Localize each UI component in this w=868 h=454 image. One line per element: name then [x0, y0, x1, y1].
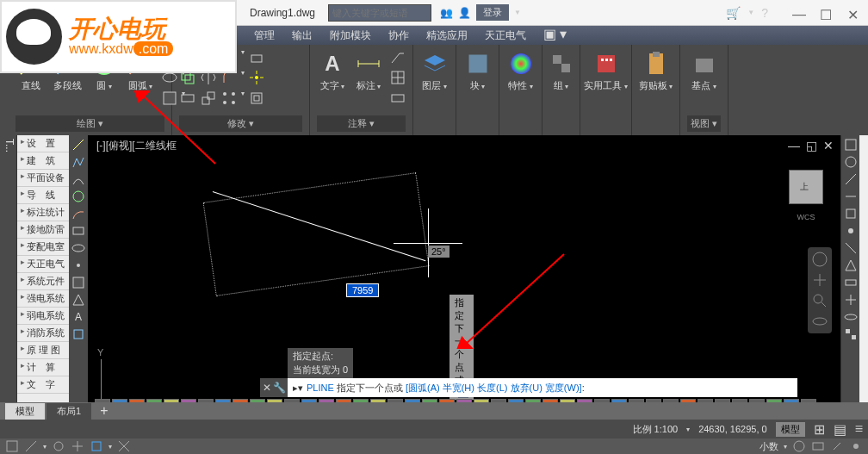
tool-spline-icon[interactable]: [71, 171, 86, 187]
viewcube[interactable]: 上 WCS: [780, 161, 832, 230]
cat-item[interactable]: ▸强电系统: [17, 290, 69, 308]
help-icon[interactable]: ?: [761, 6, 768, 20]
cat-item[interactable]: ▸变配电室: [17, 239, 69, 256]
tool-pline-icon[interactable]: [71, 154, 86, 170]
maximize-button[interactable]: ☐: [820, 7, 832, 19]
text-button[interactable]: A文字 ▾: [317, 48, 348, 94]
cat-item[interactable]: ▸计 算: [17, 359, 69, 376]
rt-icon[interactable]: [843, 189, 859, 204]
properties-button[interactable]: 特性 ▾: [506, 48, 535, 94]
sb-icon[interactable]: [71, 439, 84, 453]
close-button[interactable]: ✕: [847, 7, 859, 19]
tool-text-icon[interactable]: A: [71, 309, 86, 325]
cat-item[interactable]: ▸设 置: [17, 135, 69, 152]
layer-button[interactable]: 图层 ▾: [420, 48, 449, 94]
rt-icon[interactable]: [843, 309, 859, 325]
dimension-button[interactable]: 标注 ▾: [353, 48, 384, 94]
cat-item[interactable]: ▸弱电系统: [17, 308, 69, 325]
grid-icon[interactable]: ⊞: [814, 421, 825, 438]
sb-icon[interactable]: [849, 439, 863, 453]
tool-ellipse-icon[interactable]: [71, 240, 86, 256]
explode-icon[interactable]: [248, 69, 265, 86]
basepoint-button[interactable]: 基点 ▾: [687, 48, 721, 94]
tool-block-icon[interactable]: [71, 327, 86, 342]
vp-restore-icon[interactable]: ◱: [804, 139, 818, 151]
rt-icon[interactable]: [843, 206, 859, 221]
rt-icon[interactable]: [843, 137, 859, 152]
cat-item[interactable]: ▸接地防雷: [17, 221, 69, 239]
vp-minimize-icon[interactable]: —: [787, 139, 801, 151]
wheel-icon[interactable]: [811, 251, 828, 268]
clipboard-button[interactable]: 剪贴板 ▾: [639, 48, 673, 94]
sb-icon[interactable]: [5, 439, 19, 453]
scale-label[interactable]: 比例 1:100: [633, 423, 679, 436]
menu-icon[interactable]: ≡: [855, 421, 863, 437]
search-input[interactable]: [328, 4, 431, 22]
field-icon[interactable]: [389, 90, 406, 107]
settings-icon[interactable]: ▤: [834, 421, 846, 438]
viewport-title[interactable]: [-][俯视][二维线框: [96, 139, 177, 153]
offset-icon[interactable]: [248, 90, 265, 107]
tool-line-icon[interactable]: [71, 137, 86, 152]
cat-item[interactable]: ▸标注统计: [17, 204, 69, 221]
erase-icon[interactable]: [248, 48, 265, 65]
cat-item[interactable]: ▸系统元件: [17, 273, 69, 290]
menu-manage[interactable]: 管理: [245, 26, 283, 45]
tool-point-icon[interactable]: [71, 258, 86, 273]
sb-icon[interactable]: [830, 439, 844, 453]
sb-icon[interactable]: [117, 439, 131, 453]
scale-icon[interactable]: [200, 90, 217, 107]
utilities-button[interactable]: 实用工具 ▾: [587, 48, 624, 94]
tool-rect-icon[interactable]: [71, 223, 86, 239]
tab-add-button[interactable]: +: [93, 403, 115, 419]
cat-item[interactable]: ▸建 筑: [17, 152, 69, 170]
length-input[interactable]: 7959: [346, 283, 379, 297]
navigation-bar[interactable]: [808, 247, 832, 333]
tool-arc-icon[interactable]: [71, 206, 86, 221]
rt-icon[interactable]: [843, 327, 859, 342]
command-line[interactable]: ▸▾ PLINE 指定下一个点或 [圆弧(A) 半宽(H) 长度(L) 放弃(U…: [288, 378, 797, 397]
cat-item[interactable]: ▸平面设备: [17, 170, 69, 187]
stretch-icon[interactable]: [179, 90, 196, 107]
menu-output[interactable]: 输出: [283, 26, 321, 45]
cat-item[interactable]: ▸消防系统: [17, 325, 69, 342]
rt-icon[interactable]: [843, 240, 859, 256]
login-button[interactable]: 登录: [476, 4, 509, 21]
model-space-button[interactable]: 模型: [776, 422, 805, 437]
rt-icon[interactable]: [843, 154, 859, 170]
menu-tangent[interactable]: 天正电气: [476, 26, 535, 45]
block-button[interactable]: 块 ▾: [463, 48, 492, 94]
leader-icon[interactable]: [389, 48, 406, 65]
tab-layout1[interactable]: 布局1: [46, 403, 91, 420]
vp-close-icon[interactable]: ✕: [822, 139, 835, 151]
cat-item[interactable]: ▸导 线: [17, 187, 69, 204]
sb-icon[interactable]: [811, 439, 825, 453]
rt-icon[interactable]: [843, 223, 859, 239]
rt-icon[interactable]: [843, 275, 859, 290]
cmd-handle[interactable]: ✕🔧: [260, 378, 288, 397]
sb-icon[interactable]: [24, 439, 38, 453]
cat-item[interactable]: ▸天正电气: [17, 256, 69, 273]
drawing-viewport[interactable]: [-][俯视][二维线框 — ◱ ✕ 上 WCS 25° 79: [88, 135, 840, 420]
pan-icon[interactable]: [811, 271, 828, 289]
menu-overflow-icon[interactable]: ▣ ▾: [535, 26, 575, 45]
array-icon[interactable]: [220, 90, 238, 107]
cart-icon[interactable]: 🛒: [726, 6, 741, 20]
sb-icon[interactable]: [792, 439, 806, 453]
units-label[interactable]: 小数: [760, 440, 778, 453]
cat-item[interactable]: ▸文 字: [17, 376, 69, 394]
rt-icon[interactable]: [843, 171, 859, 187]
minimize-button[interactable]: —: [792, 7, 804, 19]
sb-icon[interactable]: [52, 439, 65, 453]
menu-featured[interactable]: 精选应用: [418, 26, 476, 45]
menu-collab[interactable]: 协作: [380, 26, 418, 45]
rt-icon[interactable]: [843, 292, 859, 308]
tool-circle-icon[interactable]: [71, 189, 86, 204]
tool-region-icon[interactable]: [71, 292, 86, 308]
table-icon[interactable]: [389, 69, 406, 86]
group-button[interactable]: 组 ▾: [549, 48, 573, 94]
cat-item[interactable]: ▸原 理 图: [17, 342, 69, 359]
sb-icon[interactable]: [90, 439, 103, 453]
zoom-icon[interactable]: [811, 292, 828, 309]
menu-addons[interactable]: 附加模块: [321, 26, 380, 45]
